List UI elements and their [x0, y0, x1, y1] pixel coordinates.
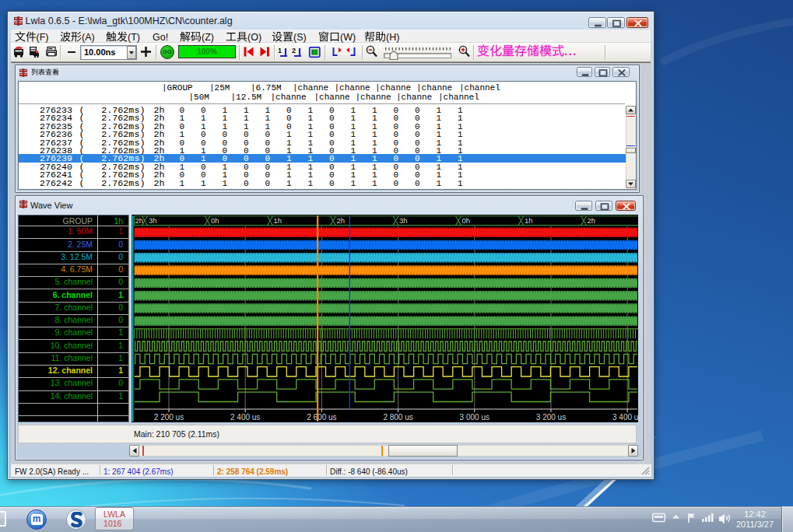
svg-text:0h: 0h: [462, 216, 471, 225]
svg-text:2h: 2h: [135, 216, 144, 225]
svg-text:2 800 us: 2 800 us: [383, 413, 412, 422]
svg-text:3 000 us: 3 000 us: [460, 413, 489, 422]
svg-text:2 600 us: 2 600 us: [307, 413, 336, 422]
svg-text:3 400 us: 3 400 us: [612, 413, 638, 422]
svg-text:1: 1: [278, 47, 282, 54]
svg-text:2 400 us: 2 400 us: [230, 413, 260, 422]
svg-text:2 200 us: 2 200 us: [154, 413, 184, 422]
svg-text:0h: 0h: [211, 216, 219, 225]
svg-text:3 200 us: 3 200 us: [536, 413, 566, 422]
svg-text:1h: 1h: [274, 216, 282, 225]
svg-text:2h: 2h: [337, 216, 346, 225]
svg-text:2: 2: [292, 47, 296, 54]
svg-text:2h: 2h: [588, 216, 596, 225]
svg-text:1h: 1h: [525, 216, 533, 225]
svg-text:3h: 3h: [149, 216, 157, 225]
svg-text:3h: 3h: [399, 216, 408, 225]
